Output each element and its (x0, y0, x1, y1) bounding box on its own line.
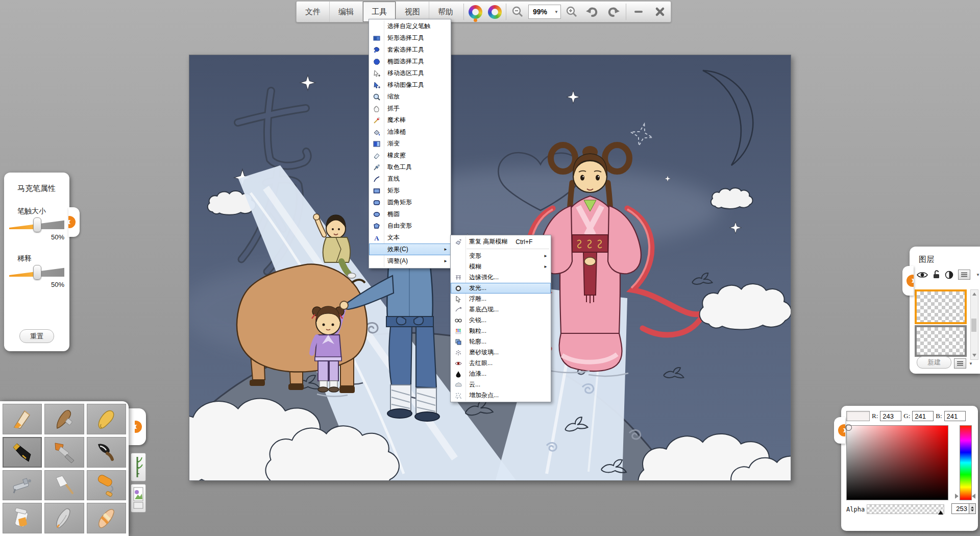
gradient-tool-icon (369, 140, 384, 148)
panel-handle[interactable] (834, 417, 845, 444)
effects-menu-item[interactable]: 变形► (451, 251, 551, 261)
tools-menu-item[interactable]: 取色工具 (369, 161, 451, 173)
effects-menu-item[interactable]: 磨砂玻璃... (451, 347, 551, 358)
saturation-value-field[interactable] (846, 425, 948, 500)
hue-marker-left[interactable] (955, 494, 959, 499)
effects-menu-item[interactable]: 模糊► (451, 261, 551, 272)
hue-marker-right[interactable] (972, 494, 975, 499)
chevron-down-icon[interactable]: ▼ (976, 273, 980, 277)
tools-menu-item[interactable]: 圆角矩形 (369, 197, 451, 208)
tools-menu-item[interactable]: 椭圆 (369, 208, 451, 220)
alpha-slider[interactable] (867, 504, 944, 514)
effects-menu-item[interactable]: 轮廓... (451, 336, 551, 347)
tools-menu-item[interactable]: 直线 (369, 173, 451, 185)
effects-menu-item[interactable]: 发光... (451, 283, 551, 294)
chevron-down-icon[interactable]: ▼ (969, 361, 973, 366)
effects-menu-item[interactable]: 云... (451, 379, 551, 390)
new-layer-button[interactable]: 新建 (917, 356, 951, 369)
tools-menu-item[interactable]: 油漆桶 (369, 126, 451, 138)
effects-menu-item[interactable]: 尖锐... (451, 315, 551, 326)
effects-menu-item[interactable]: 重复 高斯模糊Ctrl+F (451, 236, 551, 247)
tool-paint-jar[interactable] (3, 503, 42, 533)
tools-menu-item[interactable]: 选择自定义笔触 (369, 20, 451, 32)
zoom-out-icon[interactable] (508, 2, 527, 22)
layer-item-selected[interactable] (915, 289, 967, 324)
tools-menu-item[interactable]: 移动选区工具 (369, 67, 451, 79)
g-input[interactable] (912, 411, 934, 421)
dilution-slider[interactable] (9, 267, 64, 277)
blend-contrast-icon[interactable] (945, 271, 953, 279)
sticker-button[interactable] (131, 484, 146, 513)
scroll-down-icon[interactable] (972, 354, 976, 357)
bamboo-brush-button[interactable] (131, 453, 146, 481)
tools-menu-item[interactable]: 套索选择工具 (369, 44, 451, 56)
menu-edit[interactable]: 编辑 (329, 2, 362, 22)
spin-up-icon (971, 506, 974, 508)
scroll-up-icon[interactable] (972, 293, 976, 296)
tools-menu-item[interactable]: 橡皮擦 (369, 150, 451, 161)
tools-menu-item[interactable]: 渐变 (369, 138, 451, 150)
color-selector-ring[interactable] (845, 424, 852, 431)
tool-eraser[interactable] (87, 503, 126, 533)
tools-menu-item[interactable]: 效果(C)► (369, 243, 451, 255)
tool-grid-tab[interactable] (129, 408, 146, 445)
tool-marker[interactable] (87, 404, 126, 434)
tool-palette-knife[interactable] (44, 470, 84, 501)
alpha-marker[interactable] (938, 510, 943, 515)
tools-menu-item[interactable]: 矩形选择工具 (369, 32, 451, 44)
brush-size-slider[interactable] (9, 220, 64, 229)
effects-menu-item[interactable]: 油漆... (451, 369, 551, 379)
panel-handle[interactable] (902, 266, 914, 296)
tool-fountain-pen[interactable] (3, 437, 42, 468)
slider-thumb[interactable] (33, 265, 41, 280)
reset-button[interactable]: 重置 (19, 329, 54, 343)
rainbow-figure-icon[interactable] (465, 2, 485, 22)
scrollbar-thumb[interactable] (971, 319, 976, 332)
undo-icon[interactable] (581, 2, 603, 22)
rainbow-swirl-icon[interactable] (485, 2, 504, 22)
panel-handle[interactable] (68, 207, 80, 237)
tools-menu-item[interactable]: A文本 (369, 232, 451, 243)
hue-bar[interactable] (960, 425, 972, 500)
tools-menu-item[interactable]: 自由变形 (369, 220, 451, 232)
layer-item[interactable] (915, 325, 967, 357)
tools-menu-item[interactable]: 魔术棒 (369, 114, 451, 126)
zoom-in-icon[interactable] (562, 2, 581, 22)
b-input[interactable] (944, 411, 966, 421)
tools-menu-item[interactable]: 抓手 (369, 103, 451, 114)
close-icon[interactable] (649, 2, 671, 22)
emboss-icon (451, 295, 465, 303)
tools-menu-item[interactable]: 椭圆选择工具 (369, 56, 451, 67)
menu-file[interactable]: 文件 (297, 2, 329, 22)
tools-menu-item[interactable]: 矩形 (369, 185, 451, 197)
effects-menu-item[interactable]: 增加杂点... (451, 390, 551, 401)
redo-icon[interactable] (603, 2, 624, 22)
layers-options-button[interactable] (954, 358, 966, 369)
tool-wood-pencil[interactable] (44, 404, 84, 434)
tool-ink-brush[interactable] (87, 437, 126, 468)
effects-menu-item[interactable]: 边缘强化... (451, 272, 551, 283)
tools-menu-item[interactable]: 调整(A)► (369, 255, 451, 267)
minimize-icon[interactable] (628, 2, 649, 22)
effects-menu-item[interactable]: 基底凸现... (451, 304, 551, 315)
tool-metal-pen[interactable] (44, 503, 84, 533)
unlock-padlock-icon[interactable] (933, 270, 940, 279)
r-input[interactable] (880, 411, 901, 421)
layers-scrollbar[interactable] (970, 289, 978, 360)
tools-menu-item[interactable]: 移动图像工具 (369, 79, 451, 91)
tool-airbrush[interactable] (3, 470, 42, 501)
tool-paint-roller[interactable] (87, 470, 126, 501)
visibility-eye-icon[interactable] (917, 271, 928, 279)
alpha-spinner[interactable] (969, 503, 976, 514)
effects-menu-item[interactable]: 浮雕... (451, 294, 551, 304)
layer-menu-button[interactable] (958, 270, 970, 280)
tools-menu-item[interactable]: 缩放 (369, 91, 451, 103)
slider-thumb[interactable] (33, 217, 41, 232)
zoom-level-select[interactable]: 99% ▼ (528, 5, 561, 19)
alpha-input[interactable] (951, 503, 969, 514)
menu-item-label: 移动图像工具 (384, 81, 424, 89)
effects-menu-item[interactable]: 颗粒... (451, 326, 551, 336)
tool-cone-pencil[interactable] (3, 404, 42, 434)
effects-menu-item[interactable]: 去红眼... (451, 358, 551, 369)
tool-paintbrush[interactable] (44, 437, 84, 468)
